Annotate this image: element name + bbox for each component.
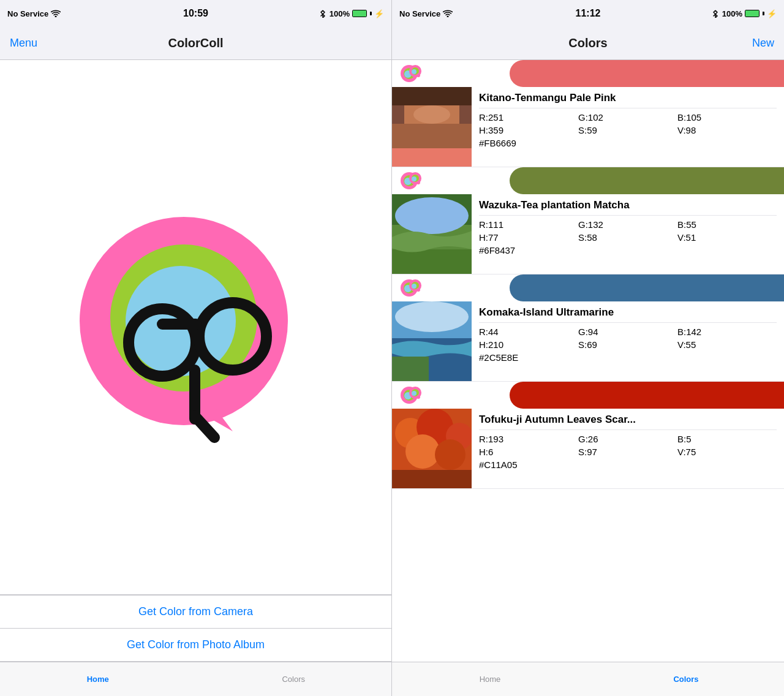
right-tab-colors[interactable]: Colors — [588, 672, 784, 686]
right-time: 11:12 — [485, 8, 691, 19]
left-battery-pct: 100% — [330, 9, 350, 18]
right-tab-bar: Home Colors — [392, 662, 784, 696]
svg-point-30 — [417, 181, 420, 184]
right-nav-bar: Colors New — [392, 27, 784, 60]
right-wifi-icon — [443, 10, 453, 17]
svg-point-34 — [395, 197, 469, 234]
left-tab-bar: Home Colors — [0, 662, 391, 696]
bird-icon — [398, 170, 429, 192]
photo-album-button[interactable]: Get Color from Photo Album — [0, 629, 391, 662]
svg-point-52 — [417, 395, 420, 399]
app-logo — [67, 199, 325, 456]
color-g: G:132 — [578, 219, 677, 230]
left-tab-colors-label: Colors — [282, 675, 305, 684]
right-status-right: 100% ⚡ — [691, 9, 777, 18]
svg-rect-20 — [392, 87, 472, 105]
right-battery-icon — [745, 10, 760, 17]
color-list: Kitano-Tenmangu Pale Pink R:251 G:102 B:… — [392, 60, 784, 662]
right-nav-title: Colors — [568, 36, 607, 50]
left-charge-icon: ⚡ — [374, 9, 384, 18]
color-r: R:193 — [479, 434, 578, 444]
right-screen: No Service 11:12 100% ⚡ — [392, 0, 784, 696]
svg-point-41 — [417, 288, 420, 292]
bird-container — [398, 170, 429, 192]
color-name: Tofuku-ji Autumn Leaves Scar... — [479, 414, 777, 430]
left-no-service: No Service — [7, 9, 48, 18]
color-entry[interactable]: Wazuka-Tea plantation Matcha R:111 G:132… — [392, 167, 784, 274]
svg-rect-19 — [392, 124, 472, 148]
menu-button[interactable]: Menu — [10, 37, 37, 50]
svg-point-17 — [417, 74, 420, 77]
bird-container — [398, 62, 429, 85]
color-hex: #2C5E8E — [479, 352, 777, 363]
svg-point-51 — [412, 391, 417, 396]
svg-point-22 — [413, 105, 450, 124]
right-charge-icon: ⚡ — [767, 9, 777, 18]
color-details: Kitano-Tenmangu Pale Pink R:251 G:102 B:… — [392, 87, 784, 167]
color-s: S:97 — [578, 447, 677, 457]
color-name: Komaka-Island Ultramarine — [479, 306, 777, 323]
svg-rect-45 — [392, 357, 429, 381]
color-v: V:55 — [677, 339, 777, 350]
color-v: V:51 — [677, 232, 777, 243]
color-hex: #C11A05 — [479, 460, 777, 470]
color-b: B:142 — [677, 327, 777, 337]
right-bluetooth-icon — [711, 9, 720, 18]
left-battery-icon — [352, 10, 367, 17]
color-r: R:111 — [479, 219, 578, 230]
color-v: V:98 — [677, 125, 777, 135]
color-hex: #FB6669 — [479, 138, 777, 148]
color-details: Komaka-Island Ultramarine R:44 G:94 B:14… — [392, 301, 784, 381]
color-header-bar — [392, 60, 784, 87]
camera-button[interactable]: Get Color from Camera — [0, 596, 391, 629]
left-battery-tip — [370, 12, 372, 15]
color-b: B:105 — [677, 112, 777, 123]
logo-area — [0, 60, 391, 594]
color-photo — [392, 194, 472, 274]
color-header-bar — [392, 382, 784, 409]
color-photo — [392, 409, 472, 488]
left-actions: Get Color from Camera Get Color from Pho… — [0, 595, 391, 662]
color-info: Tofuku-ji Autumn Leaves Scar... R:193 G:… — [472, 409, 784, 488]
svg-point-0 — [55, 16, 57, 18]
left-status-right: 100% ⚡ — [298, 9, 384, 18]
color-entry[interactable]: Kitano-Tenmangu Pale Pink R:251 G:102 B:… — [392, 60, 784, 167]
color-details: Tofuku-ji Autumn Leaves Scar... R:193 G:… — [392, 409, 784, 488]
svg-point-58 — [435, 439, 466, 470]
color-g: G:102 — [578, 112, 677, 123]
new-button[interactable]: New — [752, 37, 774, 50]
right-status-bar: No Service 11:12 100% ⚡ — [392, 0, 784, 27]
color-r: R:251 — [479, 112, 578, 123]
left-nav-title: ColorColl — [168, 36, 224, 50]
bird-icon — [398, 277, 429, 299]
color-h: H:6 — [479, 447, 578, 457]
left-nav-bar: Menu ColorColl — [0, 27, 391, 60]
svg-point-40 — [412, 284, 417, 289]
color-info: Wazuka-Tea plantation Matcha R:111 G:132… — [472, 194, 784, 274]
left-tab-home[interactable]: Home — [0, 672, 196, 686]
color-photo — [392, 301, 472, 381]
color-header-bar — [392, 274, 784, 301]
color-bar — [510, 60, 784, 87]
bird-container — [398, 277, 429, 299]
right-status-left: No Service — [399, 9, 485, 18]
color-entry[interactable]: Tofuku-ji Autumn Leaves Scar... R:193 G:… — [392, 382, 784, 489]
right-battery-pct: 100% — [722, 9, 742, 18]
color-v: V:75 — [677, 447, 777, 457]
color-b: B:5 — [677, 434, 777, 444]
left-tab-colors[interactable]: Colors — [196, 672, 392, 686]
left-time: 10:59 — [93, 8, 298, 19]
right-tab-home[interactable]: Home — [392, 672, 588, 686]
left-bluetooth-icon — [318, 9, 327, 18]
left-status-left: No Service — [7, 9, 93, 18]
color-g: G:94 — [578, 327, 677, 337]
color-values: R:251 G:102 B:105 H:359 S:59 V:98 — [479, 112, 777, 135]
color-header-bar — [392, 167, 784, 194]
right-tab-home-label: Home — [480, 675, 501, 684]
color-values: R:44 G:94 B:142 H:210 S:69 V:55 — [479, 327, 777, 350]
svg-rect-33 — [392, 249, 472, 274]
color-s: S:58 — [578, 232, 677, 243]
color-b: B:55 — [677, 219, 777, 230]
color-entry[interactable]: Komaka-Island Ultramarine R:44 G:94 B:14… — [392, 274, 784, 382]
color-s: S:69 — [578, 339, 677, 350]
